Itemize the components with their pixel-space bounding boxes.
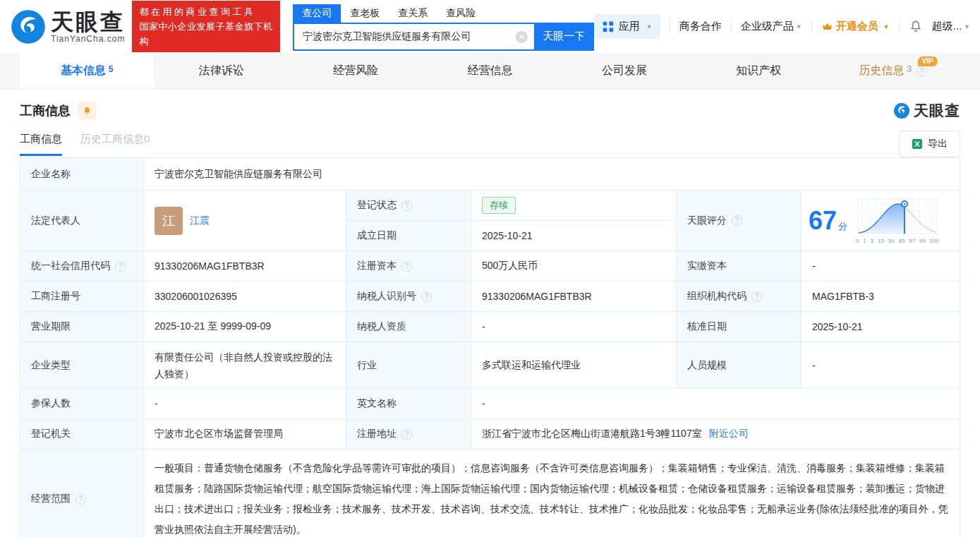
section-header: 工商信息 天眼查 (20, 101, 960, 121)
tab-intellectual-property[interactable]: 知识产权 (691, 53, 825, 89)
table-row: 统一社会信用代码 91330206MAG1FBTB3R 注册资本 500万人民币… (20, 251, 960, 282)
subtab-business-registration[interactable]: 工商信息 (20, 133, 62, 156)
tianyan-score-cell[interactable]: 67分 (801, 191, 960, 251)
search-tab-risk[interactable]: 查风险 (437, 4, 485, 23)
field-label: 天眼评分 (677, 191, 801, 251)
help-icon[interactable] (401, 200, 412, 211)
logo-title: 天眼查 (51, 10, 125, 34)
slogan-line2: 国家中小企业发展子基金旗下机构 (139, 19, 273, 49)
credit-code-value: 91330206MAG1FBTB3R (144, 251, 346, 281)
field-label: 纳税人资质 (346, 312, 471, 342)
reg-number-value: 330206001026395 (144, 282, 346, 311)
help-icon[interactable] (732, 215, 742, 226)
logo-subtitle: TianYanCha.com (51, 34, 125, 44)
tab-label: 知识产权 (736, 64, 781, 78)
field-label: 工商注册号 (20, 282, 144, 311)
chevron-down-icon: ▼ (646, 23, 653, 30)
menu-super-vip[interactable]: 超级... ▼ (932, 20, 970, 33)
reg-status-value: 存续 (471, 191, 676, 220)
field-label: 实缴资本 (677, 251, 801, 281)
menu-enterprise-products[interactable]: 企业级产品 ▼ (741, 20, 802, 33)
help-icon[interactable] (75, 494, 86, 505)
notification-bell-icon[interactable] (909, 20, 923, 34)
status-badge: 存续 (482, 197, 516, 214)
menu-open-membership[interactable]: 开通会员 ▼ (821, 20, 890, 33)
taxpayer-id-value: 91330206MAG1FBTB3R (471, 282, 677, 311)
search-input[interactable] (294, 24, 534, 49)
slogan-badge: 都在用的商业查询工具 国家中小企业发展子基金旗下机构 (132, 1, 280, 52)
top-menu: 应用 ▼ 商务合作 企业级产品 ▼ 开通会员 ▼ 超级... ▼ (594, 14, 970, 39)
search-tabs: 查公司 查老板 查关系 查风险 (293, 3, 594, 23)
help-icon[interactable] (751, 291, 762, 302)
field-label: 参保人数 (20, 389, 144, 418)
company-nav-tabs: 基本信息 5 法律诉讼 经营风险 经营信息 公司发展 知识产权 历史信息 3 V… (0, 53, 980, 90)
reg-authority-value: 宁波市北仑区市场监督管理局 (144, 419, 346, 449)
apps-menu-label: 应用 (619, 20, 640, 33)
tab-label: 经营风险 (333, 64, 378, 78)
help-icon[interactable] (401, 261, 412, 272)
company-name-value: 宁波密尔克卫智能供应链服务有限公司 (144, 158, 960, 190)
avatar[interactable]: 江 (155, 207, 183, 235)
status-date-block: 登记状态 存续 成立日期 2025-10-21 (346, 191, 677, 251)
business-info-table: 企业名称 宁波密尔克卫智能供应链服务有限公司 法定代表人 江 江震 登记状态 存… (20, 157, 960, 537)
tab-business-risk[interactable]: 经营风险 (289, 53, 423, 89)
help-icon[interactable] (917, 66, 927, 76)
field-label: 统一社会信用代码 (20, 251, 144, 281)
tab-label: 历史信息 (859, 64, 904, 78)
search-tab-relation[interactable]: 查关系 (389, 4, 437, 23)
tab-label: 基本信息 (61, 64, 106, 78)
legal-rep-link[interactable]: 江震 (190, 215, 210, 227)
field-label: 人员规模 (677, 342, 801, 388)
score-value: 67 (809, 206, 837, 235)
field-label: 英文名称 (346, 389, 471, 418)
help-icon[interactable] (421, 291, 432, 302)
chevron-down-icon: ▼ (964, 23, 970, 30)
help-icon[interactable] (401, 429, 412, 440)
monitor-bell-icon[interactable] (78, 102, 96, 120)
divider (670, 21, 670, 32)
tab-history-info[interactable]: 历史信息 3 VIP (826, 53, 960, 89)
section-title: 工商信息 (20, 102, 71, 119)
field-label: 注册资本 (346, 251, 471, 281)
field-label: 经营范围 (20, 449, 144, 537)
tianyancha-watermark-icon (893, 102, 910, 119)
search-button[interactable]: 天眼一下 (534, 23, 594, 51)
table-row: 企业类型 有限责任公司（非自然人投资或控股的法人独资） 行业 多式联运和运输代理… (20, 342, 960, 389)
establish-date-value: 2025-10-21 (471, 221, 676, 251)
nearby-companies-link[interactable]: 附近公司 (709, 428, 749, 440)
tab-label: 法律诉讼 (199, 64, 244, 78)
tianyancha-logo-icon (10, 8, 47, 45)
watermark-text: 天眼查 (914, 101, 960, 121)
vip-badge: VIP (918, 56, 938, 66)
subtab-history-registration[interactable]: 历史工商信息0 (80, 133, 150, 156)
industry-value: 多式联运和运输代理业 (471, 342, 677, 388)
clear-search-icon[interactable] (516, 31, 528, 43)
menu-membership-label: 开通会员 (836, 20, 878, 33)
company-type-value: 有限责任公司（非自然人投资或控股的法人独资） (144, 342, 346, 388)
taxpayer-quality-value: - (471, 312, 677, 342)
insured-count-value: - (144, 389, 346, 418)
search-tab-company[interactable]: 查公司 (293, 4, 341, 23)
apps-menu-button[interactable]: 应用 ▼ (594, 14, 660, 39)
field-label: 成立日期 (346, 221, 471, 251)
export-button[interactable]: 导出 (899, 131, 960, 157)
tab-count: 5 (109, 64, 114, 74)
divider (731, 21, 732, 32)
tab-basic-info[interactable]: 基本信息 5 (20, 53, 154, 89)
score-distribution-chart: 0131550859799100 (856, 198, 939, 244)
tab-business-info[interactable]: 经营信息 (423, 53, 557, 89)
field-label: 行业 (346, 342, 471, 388)
divider (811, 21, 812, 32)
tianyancha-logo[interactable]: 天眼查 TianYanCha.com (10, 8, 125, 45)
tab-legal-proceedings[interactable]: 法律诉讼 (154, 53, 288, 89)
field-label: 企业类型 (20, 342, 144, 388)
field-label: 注册地址 (346, 419, 471, 449)
legal-rep-cell: 江 江震 (144, 191, 346, 251)
tab-company-development[interactable]: 公司发展 (557, 53, 691, 89)
help-icon[interactable] (115, 261, 126, 272)
field-label: 核准日期 (677, 312, 801, 342)
table-row: 登记机关 宁波市北仑区市场监督管理局 注册地址 浙江省宁波市北仑区梅山街道港航路… (20, 419, 960, 449)
menu-business-cooperation[interactable]: 商务合作 (679, 20, 722, 33)
search-tab-boss[interactable]: 查老板 (341, 4, 389, 23)
tab-label: 经营信息 (467, 64, 512, 78)
